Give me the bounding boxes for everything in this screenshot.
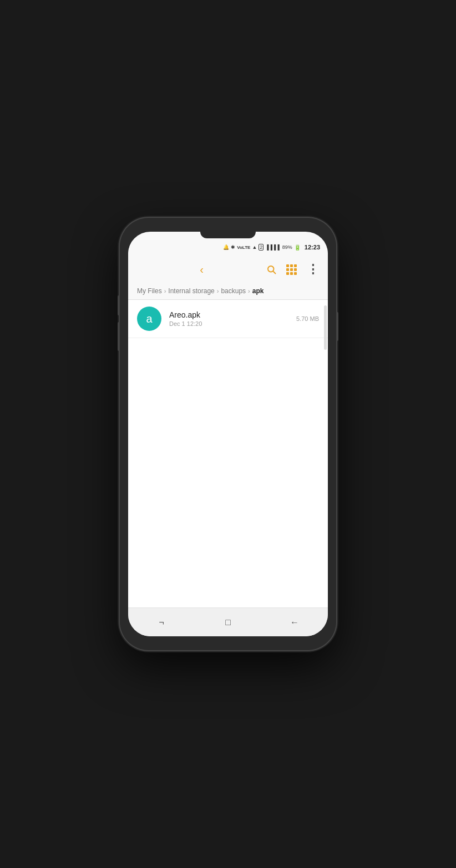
recent-apps-button[interactable]: ⌐ [150,611,173,634]
back-nav-button[interactable]: ← [283,611,306,634]
network-badge: 2 [259,244,264,251]
file-name: Areo.apk [169,310,296,319]
power-button[interactable] [336,312,338,341]
signal-bars: ▐▐▐▐ [265,244,280,250]
scrollbar-indicator [324,305,327,350]
vol-up-button[interactable] [118,295,120,315]
notch [200,232,256,238]
svg-line-1 [273,271,275,273]
status-bar: 🔔 ✱ VoLTE ▲ 2 ▐▐▐▐ 89% 🔋 12:23 [128,238,328,256]
grid-view-button[interactable] [286,264,297,275]
phone-frame: 🔔 ✱ VoLTE ▲ 2 ▐▐▐▐ 89% 🔋 12:23 ‹ [120,218,336,650]
top-bar-right: ⋮ [266,262,319,277]
breadcrumb-sep-2: › [217,288,219,294]
file-list: a Areo.apk Dec 1 12:20 5.70 MB [128,300,328,607]
bluetooth-icon: ✱ [231,244,235,250]
status-icons: 🔔 ✱ VoLTE ▲ 2 ▐▐▐▐ 89% 🔋 12:23 [223,244,320,251]
battery-percent: 89% [282,244,292,250]
notch-area [128,232,328,238]
file-item-areo-apk[interactable]: a Areo.apk Dec 1 12:20 5.70 MB [128,300,328,338]
breadcrumb-sep-1: › [164,288,166,294]
phone-screen: 🔔 ✱ VoLTE ▲ 2 ▐▐▐▐ 89% 🔋 12:23 ‹ [128,232,328,636]
breadcrumb: My Files › Internal storage › backups › … [128,283,328,300]
file-icon-circle: a [137,307,161,331]
volte-label: VoLTE [237,245,250,250]
breadcrumb-apk[interactable]: apk [252,287,264,295]
top-bar-left: ‹ [137,263,266,276]
breadcrumb-internal-storage[interactable]: Internal storage [168,287,214,295]
battery-icon: 🔋 [294,244,301,251]
file-size: 5.70 MB [296,315,319,322]
file-info: Areo.apk Dec 1 12:20 [169,310,296,327]
home-button[interactable]: □ [217,611,239,634]
more-options-button[interactable]: ⋮ [307,262,319,277]
breadcrumb-backups[interactable]: backups [221,287,246,295]
notification-icon: 🔔 [223,244,229,250]
file-date: Dec 1 12:20 [169,320,296,327]
wifi-icon: ▲ [252,244,257,250]
bottom-nav: ⌐ □ ← [128,607,328,636]
status-time: 12:23 [305,244,320,251]
breadcrumb-sep-3: › [248,288,250,294]
breadcrumb-myfiles[interactable]: My Files [137,287,162,295]
top-bar: ‹ ⋮ [128,256,328,283]
grid-icon [286,264,297,275]
file-icon-letter: a [146,313,152,325]
back-button[interactable]: ‹ [137,263,266,276]
search-button[interactable] [266,264,276,274]
vol-down-button[interactable] [118,322,120,351]
